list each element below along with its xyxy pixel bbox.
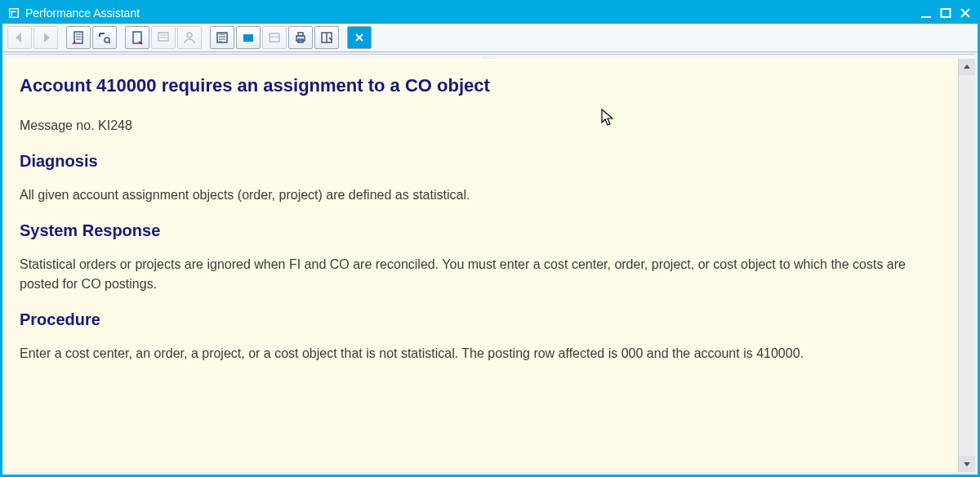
scroll-down-button[interactable] [959, 456, 975, 472]
form-button[interactable] [151, 26, 176, 49]
svg-rect-11 [270, 33, 279, 42]
close-button[interactable] [958, 7, 973, 20]
content-area: :::::: Account 410000 requires an assign… [5, 54, 975, 472]
form-icon [156, 30, 171, 45]
chevron-up-icon [963, 63, 971, 71]
flag-icon [241, 30, 256, 45]
svg-rect-8 [158, 33, 168, 41]
message-heading: Account 410000 requires an assignment to… [20, 75, 943, 96]
window-title: Performance Assistant [25, 7, 140, 20]
box-button[interactable] [262, 26, 287, 49]
diagnosis-text: All given account assignment objects (or… [20, 185, 943, 205]
titlebar: Performance Assistant [2, 2, 978, 24]
svg-rect-2 [942, 9, 951, 17]
back-button[interactable] [7, 26, 32, 49]
page-button[interactable] [125, 26, 149, 49]
person-icon [182, 30, 197, 45]
forward-icon [38, 30, 53, 45]
box-icon [267, 30, 282, 45]
forward-button[interactable] [33, 26, 58, 49]
maximize-button[interactable] [938, 7, 953, 20]
tools-button[interactable] [92, 26, 117, 49]
system-response-heading: System Response [20, 221, 943, 240]
report-icon [215, 30, 229, 45]
document-icon [71, 30, 86, 45]
diagnosis-heading: Diagnosis [20, 152, 943, 171]
vertical-scrollbar[interactable] [958, 59, 975, 472]
scroll-up-button[interactable] [959, 59, 975, 75]
system-response-text: Statistical orders or projects are ignor… [20, 255, 943, 294]
flag-button[interactable] [236, 26, 261, 49]
print-button[interactable] [288, 26, 313, 49]
tools-icon [97, 30, 112, 45]
chevron-down-icon [963, 460, 971, 468]
document-button[interactable] [66, 26, 91, 49]
report-button[interactable] [210, 26, 234, 49]
page-icon [130, 30, 145, 45]
toolbar [2, 24, 978, 52]
minimize-button[interactable] [919, 7, 933, 20]
layout-icon [319, 30, 334, 45]
svg-rect-13 [298, 33, 303, 36]
help-content: Account 410000 requires an assignment to… [5, 59, 959, 472]
close-help-button[interactable] [347, 26, 372, 49]
close-icon [352, 30, 367, 45]
message-number: Message no. KI248 [20, 116, 943, 136]
back-icon [12, 30, 27, 45]
svg-rect-5 [74, 32, 82, 43]
person-button[interactable] [177, 26, 202, 49]
print-icon [293, 30, 308, 45]
app-icon [7, 7, 20, 20]
svg-point-9 [187, 33, 192, 38]
procedure-text: Enter a cost center, an order, a project… [20, 344, 943, 363]
procedure-heading: Procedure [20, 310, 943, 329]
performance-assistant-window: Performance Assistant [0, 0, 980, 477]
layout-button[interactable] [314, 26, 339, 49]
svg-rect-0 [10, 9, 19, 18]
